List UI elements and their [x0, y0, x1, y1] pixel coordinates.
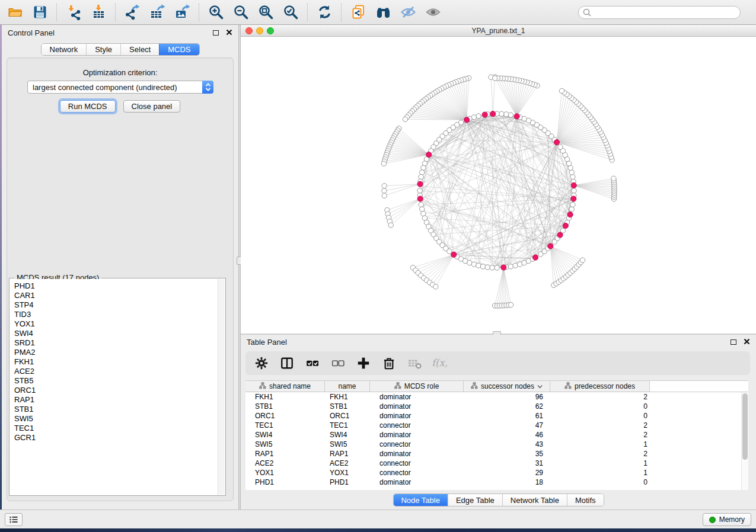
duplicate-view-button[interactable]	[346, 2, 370, 23]
export-table-button[interactable]	[145, 2, 169, 23]
close-table-panel-icon[interactable]	[744, 338, 750, 347]
tab-node-table[interactable]: Node Table	[393, 494, 448, 506]
tab-select[interactable]: Select	[120, 44, 159, 55]
cell-mcds-role: connector	[370, 440, 464, 448]
mcds-result-node[interactable]: STP4	[14, 300, 225, 310]
toolbar-separator	[115, 4, 116, 21]
cell-successor-nodes: 46	[464, 431, 550, 439]
mcds-result-node[interactable]: CAR1	[14, 291, 225, 300]
mcds-result-node[interactable]: FKH1	[14, 357, 225, 367]
save-session-button[interactable]	[28, 2, 52, 23]
mcds-result-list[interactable]: PHD1CAR1STP4TID3YOX1SWI4SRD1PMA2FKH1ACE2…	[10, 279, 225, 495]
mcds-result-scrollbar[interactable]	[218, 279, 225, 495]
mcds-result-node[interactable]: PHD1	[14, 281, 225, 291]
mcds-result-node[interactable]: SRD1	[14, 338, 225, 348]
float-table-panel-icon[interactable]	[731, 339, 736, 345]
zoom-selected-button[interactable]	[279, 2, 302, 23]
delete-column-button[interactable]	[381, 355, 397, 371]
table-row[interactable]: FKH1FKH1dominator962	[245, 392, 748, 402]
mcds-result-node[interactable]: SWI5	[14, 414, 225, 424]
cell-mcds-role: connector	[370, 469, 464, 477]
select-all-button[interactable]	[305, 355, 320, 371]
network-canvas[interactable]	[241, 37, 756, 332]
add-column-button[interactable]	[356, 355, 371, 371]
select-stepper-icon	[202, 81, 213, 94]
table-row[interactable]: ACE2ACE2connector311	[245, 459, 748, 468]
tab-mcds[interactable]: MCDS	[159, 44, 199, 55]
cell-successor-nodes: 31	[464, 459, 550, 467]
column-header-mcds-role[interactable]: MCDS role	[370, 381, 464, 392]
zoom-fit-icon	[258, 4, 274, 20]
cell-mcds-role: connector	[370, 459, 464, 467]
table-row[interactable]: TEC1TEC1connector472	[245, 421, 748, 430]
cell-shared-name: RAP1	[245, 450, 325, 458]
column-header-predecessor-nodes[interactable]: predecessor nodes	[550, 381, 650, 392]
cell-successor-nodes: 18	[464, 478, 550, 486]
table-row[interactable]: STB1STB1dominator620	[245, 402, 748, 411]
zoom-out-icon	[233, 4, 249, 20]
mcds-result-node[interactable]: TEC1	[14, 424, 225, 433]
import-table-button[interactable]	[87, 2, 110, 23]
zoom-fit-button[interactable]	[254, 2, 277, 23]
mcds-result-node[interactable]: PMA2	[14, 348, 225, 357]
column-header-label: shared name	[269, 382, 311, 390]
zoom-in-icon	[208, 4, 224, 20]
tab-network-table[interactable]: Network Table	[502, 494, 567, 506]
table-row[interactable]: SWI4SWI4dominator462	[245, 430, 748, 440]
mcds-result-node[interactable]: TID3	[14, 310, 225, 319]
mcds-result-node[interactable]: STB5	[14, 376, 225, 386]
task-history-button[interactable]	[5, 513, 23, 526]
tab-edge-table[interactable]: Edge Table	[448, 494, 502, 506]
table-row[interactable]: ORC1ORC1dominator610	[245, 411, 748, 421]
mcds-result-node[interactable]: ORC1	[14, 386, 225, 395]
table-row[interactable]: PHD1PHD1dominator180	[245, 477, 748, 487]
tab-network[interactable]: Network	[41, 44, 86, 55]
graph-fan-nodes[interactable]	[381, 75, 617, 308]
cell-mcds-role: dominator	[370, 402, 464, 411]
mcds-result-node[interactable]: YOX1	[14, 319, 225, 329]
cell-successor-nodes: 29	[464, 469, 550, 477]
show-all-button[interactable]	[421, 2, 445, 23]
cell-mcds-role: dominator	[370, 393, 464, 401]
mcds-result-node[interactable]: STB1	[14, 405, 225, 414]
refresh-view-button[interactable]	[312, 2, 336, 23]
zoom-in-button[interactable]	[204, 2, 228, 23]
column-type-icon	[394, 382, 401, 391]
export-network-button[interactable]	[120, 2, 144, 23]
search-box[interactable]	[578, 6, 741, 19]
tab-motifs[interactable]: Motifs	[567, 494, 604, 506]
import-network-button[interactable]	[62, 2, 85, 23]
close-panel-icon[interactable]	[226, 28, 232, 37]
float-panel-icon[interactable]	[213, 30, 219, 36]
table-scrollbar[interactable]	[741, 392, 748, 490]
optimization-criterion-select[interactable]: largest connected component (undirected)	[27, 81, 213, 94]
show-columns-button[interactable]	[279, 355, 295, 371]
run-mcds-button[interactable]: Run MCDS	[60, 100, 116, 113]
first-neighbors-button[interactable]	[371, 2, 395, 23]
search-input[interactable]	[592, 7, 740, 18]
deselect-all-button[interactable]	[330, 355, 346, 371]
table-scrollbar-thumb[interactable]	[742, 393, 748, 460]
mcds-result-node[interactable]: RAP1	[14, 395, 225, 405]
mcds-result-node[interactable]: SWI4	[14, 329, 225, 338]
memory-button[interactable]: Memory	[703, 513, 751, 526]
mcds-result-node[interactable]: ACE2	[14, 367, 225, 376]
table-row[interactable]: RAP1RAP1dominator352	[245, 449, 748, 459]
toolbar-separator	[307, 4, 308, 21]
zoom-out-button[interactable]	[229, 2, 253, 23]
column-header-label: successor nodes	[481, 382, 534, 390]
memory-label: Memory	[719, 515, 745, 524]
table-row[interactable]: YOX1YOX1connector291	[245, 468, 748, 477]
open-file-button[interactable]	[3, 2, 27, 23]
column-header-successor-nodes[interactable]: successor nodes	[464, 381, 550, 392]
column-header-name[interactable]: name	[325, 381, 370, 392]
table-options-button[interactable]	[254, 355, 269, 371]
tab-style[interactable]: Style	[86, 44, 120, 55]
close-panel-button[interactable]: Close panel	[123, 100, 181, 113]
export-network-icon	[125, 4, 141, 20]
column-header-shared-name[interactable]: shared name	[245, 381, 325, 392]
mcds-result-node[interactable]: GCR1	[14, 433, 225, 443]
export-image-button[interactable]	[170, 2, 194, 23]
hide-selected-button[interactable]	[396, 2, 420, 23]
table-row[interactable]: SWI5SWI5connector431	[245, 440, 748, 449]
